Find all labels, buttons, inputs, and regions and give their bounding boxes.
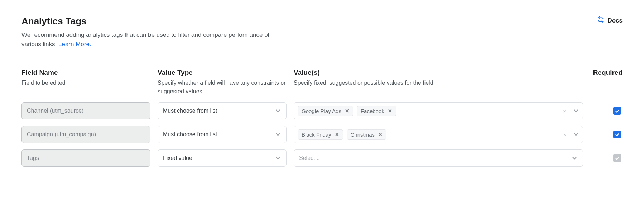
- tag-label: Black Friday: [302, 132, 331, 138]
- clear-all-tags-icon[interactable]: ×: [563, 108, 566, 114]
- col-header-value-type: Value Type Specify whether a field will …: [158, 69, 287, 96]
- chevron-down-icon: [275, 108, 281, 114]
- value-tag: Facebook ✕: [357, 106, 396, 116]
- col-header-required: Required: [590, 69, 623, 79]
- value-tag: Christmas ✕: [347, 129, 387, 140]
- col-desc-value-type: Specify whether a field will have any co…: [158, 79, 287, 96]
- value-type-select[interactable]: Must choose from list: [158, 126, 287, 143]
- value-type-cell: Fixed value: [158, 149, 287, 167]
- value-type-selected: Must choose from list: [163, 131, 217, 138]
- col-title-field-name: Field Name: [21, 69, 150, 77]
- col-desc-values: Specify fixed, suggested or possible val…: [294, 79, 583, 87]
- col-title-required: Required: [590, 69, 623, 77]
- values-placeholder: Select...: [299, 155, 320, 161]
- chevron-down-icon: [571, 155, 578, 161]
- tag-label: Christmas: [351, 132, 375, 138]
- col-header-values: Value(s) Specify fixed, suggested or pos…: [294, 69, 583, 87]
- field-name-input: Tags: [21, 149, 150, 167]
- chevron-down-icon: [275, 131, 281, 138]
- values-cell: Black Friday ✕ Christmas ✕ ×: [294, 126, 583, 143]
- value-type-cell: Must choose from list: [158, 126, 287, 143]
- analytics-tags-table: Field Name Field to be edited Value Type…: [21, 69, 623, 167]
- remove-tag-icon[interactable]: ✕: [388, 108, 392, 114]
- required-cell: [590, 149, 623, 167]
- remove-tag-icon[interactable]: ✕: [378, 132, 383, 137]
- learn-more-link[interactable]: Learn More.: [58, 41, 91, 48]
- page-subtitle: We recommend adding analytics tags that …: [21, 30, 279, 49]
- clear-all-tags-icon[interactable]: ×: [563, 132, 566, 138]
- docs-button[interactable]: Docs: [597, 16, 623, 25]
- required-cell: [590, 102, 623, 119]
- required-cell: [590, 126, 623, 143]
- col-title-value-type: Value Type: [158, 69, 287, 77]
- col-desc-field-name: Field to be edited: [21, 79, 150, 87]
- tag-label: Google Play Ads: [302, 108, 341, 114]
- field-name-input: Campaign (utm_campaign): [21, 126, 150, 143]
- remove-tag-icon[interactable]: ✕: [335, 132, 339, 137]
- required-checkbox[interactable]: [613, 131, 621, 138]
- docs-icon: [597, 16, 605, 25]
- table-row: Campaign (utm_campaign): [21, 126, 150, 143]
- field-name-input: Channel (utm_source): [21, 102, 150, 119]
- remove-tag-icon[interactable]: ✕: [345, 108, 349, 114]
- values-cell: Google Play Ads ✕ Facebook ✕ ×: [294, 102, 583, 119]
- required-checkbox[interactable]: [613, 107, 621, 115]
- value-type-selected: Fixed value: [163, 155, 192, 161]
- values-tag-input[interactable]: Google Play Ads ✕ Facebook ✕ ×: [294, 102, 583, 119]
- col-header-field-name: Field Name Field to be edited: [21, 69, 150, 87]
- values-select[interactable]: Select...: [294, 149, 583, 167]
- required-checkbox: [613, 154, 621, 162]
- chevron-down-icon: [275, 155, 281, 161]
- table-row: Channel (utm_source): [21, 102, 150, 119]
- col-title-values: Value(s): [294, 69, 583, 77]
- chevron-down-icon: [573, 131, 579, 138]
- tag-label: Facebook: [361, 108, 384, 114]
- value-type-cell: Must choose from list: [158, 102, 287, 119]
- value-type-selected: Must choose from list: [163, 108, 217, 114]
- values-tag-input[interactable]: Black Friday ✕ Christmas ✕ ×: [294, 126, 583, 143]
- docs-label: Docs: [607, 17, 623, 24]
- values-cell: Select...: [294, 149, 583, 167]
- value-tag: Black Friday ✕: [298, 129, 343, 140]
- value-type-select[interactable]: Fixed value: [158, 149, 287, 167]
- chevron-down-icon: [573, 108, 579, 114]
- value-type-select[interactable]: Must choose from list: [158, 102, 287, 119]
- page-title: Analytics Tags: [21, 16, 279, 27]
- value-tag: Google Play Ads ✕: [298, 106, 353, 116]
- table-row: Tags: [21, 149, 150, 167]
